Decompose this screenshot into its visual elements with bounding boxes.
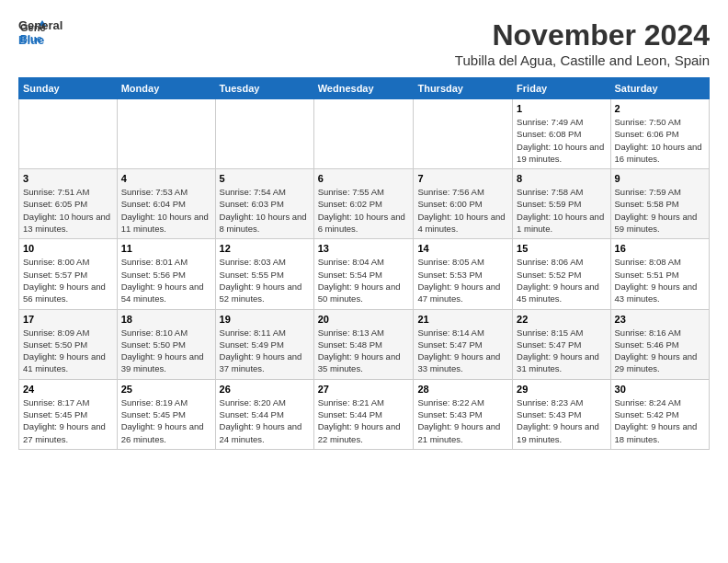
day-info: Sunrise: 8:16 AM Sunset: 5:46 PM Dayligh… <box>615 327 705 375</box>
day-number: 3 <box>23 173 113 184</box>
day-cell: 30Sunrise: 8:24 AM Sunset: 5:42 PM Dayli… <box>610 379 709 449</box>
day-cell: 5Sunrise: 7:54 AM Sunset: 6:03 PM Daylig… <box>215 169 313 239</box>
day-number: 7 <box>417 173 508 184</box>
day-cell: 28Sunrise: 8:22 AM Sunset: 5:43 PM Dayli… <box>414 379 513 449</box>
day-info: Sunrise: 8:20 AM Sunset: 5:44 PM Dayligh… <box>220 396 310 445</box>
day-info: Sunrise: 8:08 AM Sunset: 5:51 PM Dayligh… <box>615 256 705 304</box>
day-info: Sunrise: 7:53 AM Sunset: 6:04 PM Dayligh… <box>121 186 211 235</box>
col-friday: Friday <box>513 78 610 99</box>
day-info: Sunrise: 8:10 AM Sunset: 5:50 PM Dayligh… <box>121 327 211 375</box>
day-number: 14 <box>417 243 508 254</box>
col-sunday: Sunday <box>19 78 118 99</box>
day-info: Sunrise: 8:09 AM Sunset: 5:50 PM Dayligh… <box>23 327 113 375</box>
day-cell: 15Sunrise: 8:06 AM Sunset: 5:52 PM Dayli… <box>513 239 610 309</box>
day-number: 10 <box>23 243 113 254</box>
day-number: 21 <box>417 314 508 325</box>
logo-general: General <box>18 18 63 32</box>
week-row-5: 24Sunrise: 8:17 AM Sunset: 5:45 PM Dayli… <box>19 379 710 449</box>
week-row-4: 17Sunrise: 8:09 AM Sunset: 5:50 PM Dayli… <box>19 309 710 379</box>
day-info: Sunrise: 7:58 AM Sunset: 5:59 PM Dayligh… <box>517 186 606 235</box>
day-cell <box>215 99 313 169</box>
day-info: Sunrise: 7:56 AM Sunset: 6:00 PM Dayligh… <box>417 186 508 235</box>
day-cell: 1Sunrise: 7:49 AM Sunset: 6:08 PM Daylig… <box>513 99 610 169</box>
day-cell: 16Sunrise: 8:08 AM Sunset: 5:51 PM Dayli… <box>610 239 709 309</box>
day-info: Sunrise: 7:55 AM Sunset: 6:02 PM Dayligh… <box>318 186 410 235</box>
day-number: 6 <box>318 173 410 184</box>
day-info: Sunrise: 8:01 AM Sunset: 5:56 PM Dayligh… <box>121 256 211 304</box>
day-cell: 23Sunrise: 8:16 AM Sunset: 5:46 PM Dayli… <box>610 309 709 379</box>
day-cell: 19Sunrise: 8:11 AM Sunset: 5:49 PM Dayli… <box>215 309 313 379</box>
day-number: 23 <box>615 314 705 325</box>
day-cell <box>19 99 118 169</box>
day-info: Sunrise: 8:05 AM Sunset: 5:53 PM Dayligh… <box>417 256 508 304</box>
header-row: Sunday Monday Tuesday Wednesday Thursday… <box>19 78 710 99</box>
day-cell: 4Sunrise: 7:53 AM Sunset: 6:04 PM Daylig… <box>117 169 215 239</box>
day-cell: 20Sunrise: 8:13 AM Sunset: 5:48 PM Dayli… <box>313 309 414 379</box>
day-info: Sunrise: 8:23 AM Sunset: 5:43 PM Dayligh… <box>517 396 606 445</box>
col-thursday: Thursday <box>414 78 513 99</box>
day-number: 2 <box>615 103 705 114</box>
day-cell: 24Sunrise: 8:17 AM Sunset: 5:45 PM Dayli… <box>19 379 118 449</box>
day-number: 9 <box>615 173 705 184</box>
day-info: Sunrise: 7:59 AM Sunset: 5:58 PM Dayligh… <box>615 186 705 235</box>
day-number: 26 <box>220 384 310 395</box>
calendar-table: Sunday Monday Tuesday Wednesday Thursday… <box>18 77 710 450</box>
day-cell: 27Sunrise: 8:21 AM Sunset: 5:44 PM Dayli… <box>313 379 414 449</box>
day-number: 4 <box>121 173 211 184</box>
day-number: 24 <box>23 384 113 395</box>
day-number: 20 <box>318 314 410 325</box>
day-info: Sunrise: 7:54 AM Sunset: 6:03 PM Dayligh… <box>220 186 310 235</box>
logo: General Blue General Blue General Blue <box>18 18 46 46</box>
day-info: Sunrise: 8:22 AM Sunset: 5:43 PM Dayligh… <box>417 396 508 445</box>
week-row-2: 3Sunrise: 7:51 AM Sunset: 6:05 PM Daylig… <box>19 169 710 239</box>
day-cell: 29Sunrise: 8:23 AM Sunset: 5:43 PM Dayli… <box>513 379 610 449</box>
day-info: Sunrise: 8:06 AM Sunset: 5:52 PM Dayligh… <box>517 256 606 304</box>
day-cell: 9Sunrise: 7:59 AM Sunset: 5:58 PM Daylig… <box>610 169 709 239</box>
day-cell: 11Sunrise: 8:01 AM Sunset: 5:56 PM Dayli… <box>117 239 215 309</box>
day-number: 17 <box>23 314 113 325</box>
day-info: Sunrise: 8:21 AM Sunset: 5:44 PM Dayligh… <box>318 396 410 445</box>
day-cell: 3Sunrise: 7:51 AM Sunset: 6:05 PM Daylig… <box>19 169 118 239</box>
title-section: November 2024 Tubilla del Agua, Castille… <box>455 18 710 68</box>
location-title: Tubilla del Agua, Castille and Leon, Spa… <box>455 52 710 68</box>
day-info: Sunrise: 8:24 AM Sunset: 5:42 PM Dayligh… <box>615 396 705 445</box>
day-cell: 12Sunrise: 8:03 AM Sunset: 5:55 PM Dayli… <box>215 239 313 309</box>
day-cell: 25Sunrise: 8:19 AM Sunset: 5:45 PM Dayli… <box>117 379 215 449</box>
day-number: 30 <box>615 384 705 395</box>
day-info: Sunrise: 8:14 AM Sunset: 5:47 PM Dayligh… <box>417 327 508 375</box>
day-number: 12 <box>220 243 310 254</box>
day-cell: 21Sunrise: 8:14 AM Sunset: 5:47 PM Dayli… <box>414 309 513 379</box>
day-info: Sunrise: 8:13 AM Sunset: 5:48 PM Dayligh… <box>318 327 410 375</box>
day-cell: 18Sunrise: 8:10 AM Sunset: 5:50 PM Dayli… <box>117 309 215 379</box>
month-title: November 2024 <box>455 18 710 52</box>
day-cell <box>117 99 215 169</box>
day-number: 8 <box>517 173 606 184</box>
day-number: 28 <box>417 384 508 395</box>
day-info: Sunrise: 7:50 AM Sunset: 6:06 PM Dayligh… <box>615 116 705 165</box>
day-number: 25 <box>121 384 211 395</box>
header: General Blue General Blue General Blue N… <box>18 18 710 68</box>
col-wednesday: Wednesday <box>313 78 414 99</box>
day-cell: 17Sunrise: 8:09 AM Sunset: 5:50 PM Dayli… <box>19 309 118 379</box>
day-cell <box>414 99 513 169</box>
day-cell: 14Sunrise: 8:05 AM Sunset: 5:53 PM Dayli… <box>414 239 513 309</box>
col-monday: Monday <box>117 78 215 99</box>
week-row-3: 10Sunrise: 8:00 AM Sunset: 5:57 PM Dayli… <box>19 239 710 309</box>
day-info: Sunrise: 8:11 AM Sunset: 5:49 PM Dayligh… <box>220 327 310 375</box>
col-tuesday: Tuesday <box>215 78 313 99</box>
day-number: 13 <box>318 243 410 254</box>
day-cell: 22Sunrise: 8:15 AM Sunset: 5:47 PM Dayli… <box>513 309 610 379</box>
day-number: 29 <box>517 384 606 395</box>
day-number: 18 <box>121 314 211 325</box>
col-saturday: Saturday <box>610 78 709 99</box>
day-cell: 10Sunrise: 8:00 AM Sunset: 5:57 PM Dayli… <box>19 239 118 309</box>
day-number: 16 <box>615 243 705 254</box>
day-number: 1 <box>517 103 606 114</box>
day-info: Sunrise: 7:51 AM Sunset: 6:05 PM Dayligh… <box>23 186 113 235</box>
day-cell: 2Sunrise: 7:50 AM Sunset: 6:06 PM Daylig… <box>610 99 709 169</box>
day-number: 27 <box>318 384 410 395</box>
day-cell: 6Sunrise: 7:55 AM Sunset: 6:02 PM Daylig… <box>313 169 414 239</box>
day-info: Sunrise: 8:19 AM Sunset: 5:45 PM Dayligh… <box>121 396 211 445</box>
day-cell: 13Sunrise: 8:04 AM Sunset: 5:54 PM Dayli… <box>313 239 414 309</box>
day-info: Sunrise: 7:49 AM Sunset: 6:08 PM Dayligh… <box>517 116 606 165</box>
